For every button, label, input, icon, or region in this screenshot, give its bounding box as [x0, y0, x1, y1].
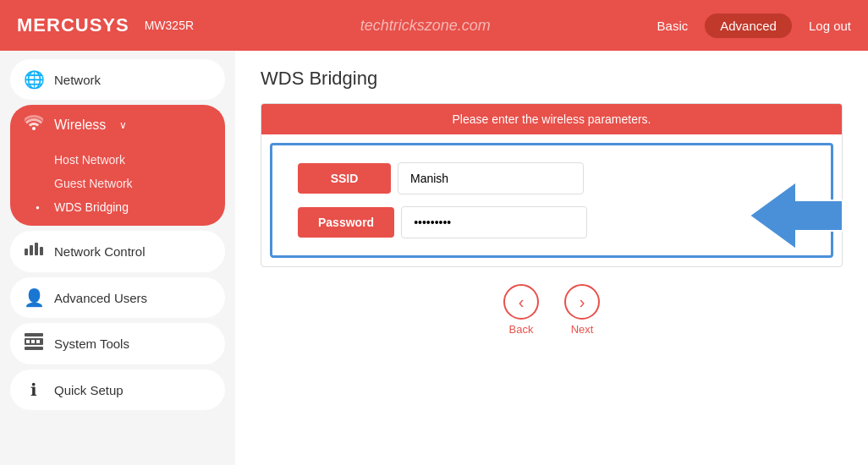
submenu-wds-bridging[interactable]: WDS Bridging: [10, 195, 225, 219]
back-label: Back: [509, 323, 534, 336]
back-group: ‹ Back: [503, 284, 539, 336]
password-label-button[interactable]: Password: [298, 207, 394, 238]
sidebar-item-wireless[interactable]: Wireless ∨ Host Network Guest Network WD…: [10, 105, 225, 226]
nav-buttons: ‹ Back › Next: [261, 284, 843, 336]
next-label: Next: [571, 323, 594, 336]
header: MERCUSYS MW325R techtrickszone.com Basic…: [0, 0, 868, 51]
sidebar-item-system-tools[interactable]: System Tools: [10, 323, 225, 364]
svg-rect-1: [30, 245, 33, 255]
wds-alert: Please enter the wireless parameters.: [261, 104, 842, 134]
svg-rect-8: [31, 340, 35, 343]
sidebar-item-advanced-users[interactable]: 👤 Advanced Users: [10, 277, 225, 318]
system-tools-icon: [24, 333, 44, 354]
main-content: WDS Bridging Please enter the wireless p…: [235, 51, 868, 465]
svg-rect-3: [40, 247, 43, 255]
watermark: techtrickszone.com: [194, 17, 657, 35]
sidebar-item-quick-setup[interactable]: ℹ Quick Setup: [10, 369, 225, 410]
password-input[interactable]: [401, 206, 587, 238]
password-row: Password: [298, 206, 805, 238]
svg-rect-2: [35, 243, 38, 255]
next-button[interactable]: ›: [564, 284, 600, 320]
advanced-users-label: Advanced Users: [54, 291, 147, 305]
network-control-icon: [24, 241, 44, 262]
quick-setup-label: Quick Setup: [54, 383, 124, 397]
svg-rect-6: [25, 347, 43, 350]
svg-marker-10: [750, 182, 843, 249]
wireless-icon: [24, 115, 44, 134]
svg-rect-0: [25, 249, 28, 255]
wireless-label: Wireless: [54, 118, 106, 133]
logo-area: MERCUSYS MW325R: [17, 14, 194, 36]
svg-rect-4: [25, 333, 43, 336]
network-icon: 🌐: [24, 69, 44, 90]
submenu-guest-network[interactable]: Guest Network: [10, 172, 225, 195]
chevron-down-icon: ∨: [119, 119, 127, 131]
logout-link[interactable]: Log out: [809, 19, 851, 33]
header-nav: Basic Advanced Log out: [657, 14, 851, 38]
ssid-input[interactable]: [398, 162, 584, 194]
sidebar: 🌐 Network Wireless ∨ Host Network: [0, 51, 235, 465]
system-tools-label: System Tools: [54, 336, 129, 351]
sidebar-item-network[interactable]: 🌐 Network: [10, 59, 225, 100]
network-control-label: Network Control: [54, 244, 146, 259]
svg-rect-7: [26, 340, 30, 343]
wireless-header[interactable]: Wireless ∨: [10, 105, 225, 145]
next-group: › Next: [564, 284, 600, 336]
ssid-row: SSID: [298, 162, 805, 194]
advanced-button[interactable]: Advanced: [705, 14, 792, 38]
layout: 🌐 Network Wireless ∨ Host Network: [0, 51, 868, 465]
submenu-host-network[interactable]: Host Network: [10, 148, 225, 172]
svg-rect-9: [36, 340, 40, 343]
sidebar-item-network-control[interactable]: Network Control: [10, 231, 225, 272]
advanced-users-icon: 👤: [24, 287, 44, 308]
wireless-submenu: Host Network Guest Network WDS Bridging: [10, 145, 225, 226]
ssid-label-button[interactable]: SSID: [298, 163, 391, 194]
page-title: WDS Bridging: [261, 68, 843, 90]
quick-setup-icon: ℹ: [24, 380, 44, 400]
back-button[interactable]: ‹: [503, 284, 539, 320]
model-text: MW325R: [145, 19, 194, 32]
sidebar-network-label: Network: [54, 73, 101, 87]
arrow-indicator: [750, 182, 843, 253]
logo-text: MERCUSYS: [17, 14, 129, 36]
basic-link[interactable]: Basic: [657, 19, 689, 33]
